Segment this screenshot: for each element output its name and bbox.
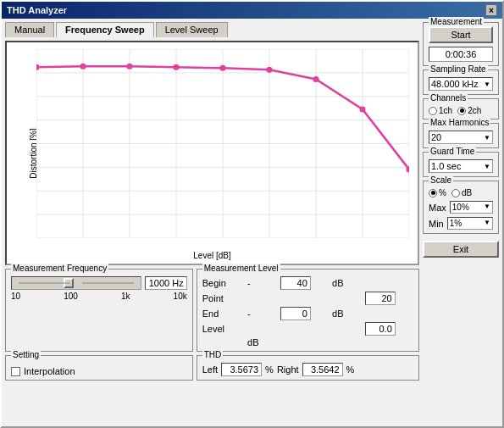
svg-point-33 [219,65,225,71]
tick-1k: 1k [121,292,130,301]
scale-db-radio[interactable] [451,189,460,197]
svg-point-36 [359,106,365,112]
time-display: 0:00:36 [429,47,493,62]
rp-channels: Channels 1ch 2ch [423,98,499,120]
thd-left-unit: % [265,364,274,375]
rp-scale: Scale % dB Max 10% [423,181,499,234]
svg-point-30 [80,64,86,69]
rp-scale-label: Scale [429,175,453,185]
end-dash: - [247,308,277,319]
ch2-radio[interactable] [457,107,466,115]
level-grid: Begin - dB Point End - dB [202,276,413,347]
title-bar: THD Analyzer × [2,2,502,19]
rp-sampling-label: Sampling Rate [429,64,488,74]
tick-100: 100 [64,292,78,301]
slider-track-left [19,283,70,284]
ch1-radio[interactable] [429,107,437,115]
svg-point-32 [173,64,179,70]
tab-manual[interactable]: Manual [5,22,54,37]
level-unit: dB [247,337,277,347]
freq-value-box: 1000 Hz [145,276,187,290]
max-select[interactable]: 10% ▼ [450,201,493,214]
harmonics-select[interactable]: 20 ▼ [429,131,493,144]
harmonics-arrow-icon: ▼ [484,134,490,142]
max-label: Max [429,203,446,213]
rp-sampling: Sampling Rate 48.000 kHz ▼ [423,69,499,95]
begin-label: Begin [202,278,244,288]
sampling-select[interactable]: 48.000 kHz ▼ [429,77,493,91]
tick-10k: 10k [174,292,187,301]
scale-pct-label: % [439,188,446,197]
interpolation-label: Interpolation [24,366,75,376]
x-axis-label: Level [dB] [193,251,230,260]
freq-value: 1000 [149,278,169,288]
freq-ticks: 10 100 1k 10k [11,292,187,301]
thd-right-unit: % [346,364,355,375]
scale-db-item[interactable]: dB [451,188,472,197]
svg-point-31 [126,64,132,69]
tab-level-sweep[interactable]: Level Sweep [156,22,228,37]
level-label: Level [202,324,244,334]
level-value-input[interactable] [365,322,396,336]
guard-select[interactable]: 1.0 sec ▼ [429,159,493,173]
scale-pct-radio[interactable] [429,189,437,197]
chart-container: Distortion [%] [5,41,419,265]
thd-panel-label: THD [202,350,224,359]
chart-svg: 10 1 -40 -35 -30 -25 -20 -15 -10 -5 0 [36,49,409,238]
sampling-value: 48.000 kHz [431,79,479,89]
ch1-radio-item[interactable]: 1ch [429,106,452,115]
ch2-radio-item[interactable]: 2ch [457,106,481,115]
thd-left-value: 3.5673 [221,363,262,376]
rp-harmonics-label: Max Harmonics [429,118,490,127]
min-arrow-icon: ▼ [484,219,490,228]
scale-pct-item[interactable]: % [429,188,446,197]
end-input[interactable] [280,307,311,320]
exit-button[interactable]: Exit [423,241,499,258]
guard-value: 1.0 sec [431,161,461,171]
harmonics-value: 20 [431,132,441,142]
point-input[interactable] [365,292,396,305]
thd-right-value: 3.5642 [302,363,343,376]
max-row: Max 10% ▼ [429,201,493,214]
measurement-freq-panel: Measurement Frequency 1000 Hz [5,269,193,352]
tick-10: 10 [11,292,20,301]
interpolation-row: Interpolation [11,366,187,376]
min-value: 1% [450,219,462,228]
svg-point-35 [313,76,318,82]
tab-frequency-sweep[interactable]: Frequency Sweep [56,22,154,37]
scale-pct-fill [431,191,435,195]
thd-left-label: Left [202,364,218,375]
end-unit: dB [332,308,362,319]
rp-measurement-label: Measurement [429,17,484,26]
max-arrow-icon: ▼ [484,203,490,212]
chart-area: 10 1 -40 -35 -30 -25 -20 -15 -10 -5 0 [36,49,409,238]
interpolation-checkbox[interactable] [11,367,20,376]
freq-unit: Hz [172,278,183,288]
start-button[interactable]: Start [429,26,493,43]
left-panel: Manual Frequency Sweep Level Sweep Disto… [5,22,419,423]
max-value: 10% [452,203,469,212]
end-label: End [202,308,244,319]
level-panel-label: Measurement Level [202,264,280,273]
ch2-label: 2ch [468,106,481,115]
setting-panel: Setting Interpolation [5,355,193,381]
main-window: THD Analyzer × Manual Frequency Sweep Le… [0,0,504,428]
close-button[interactable]: × [485,4,497,16]
measurement-level-panel: Measurement Level Begin - dB Point End [197,269,419,352]
main-content: Manual Frequency Sweep Level Sweep Disto… [2,19,502,426]
min-row: Min 1% ▼ [429,217,493,230]
begin-dash: - [247,278,277,288]
min-select[interactable]: 1% ▼ [447,217,493,230]
thd-panel: THD Left 3.5673 % Right 3.5642 % [197,355,419,381]
guard-arrow-icon: ▼ [484,163,490,170]
thd-row-left: Left 3.5673 % Right 3.5642 % [202,363,413,376]
bottom-row2: Setting Interpolation THD Left 3.5673 % … [5,355,419,381]
freq-slider[interactable] [11,276,141,290]
ch2-radio-fill [460,108,464,113]
rp-measurement: Measurement Start 0:00:36 [423,22,499,66]
ch1-label: 1ch [439,106,452,115]
point-label: Point [202,293,244,303]
begin-input[interactable] [280,276,311,290]
rp-guard-label: Guard Time [429,147,476,156]
freq-slider-row: 1000 Hz [11,276,187,290]
